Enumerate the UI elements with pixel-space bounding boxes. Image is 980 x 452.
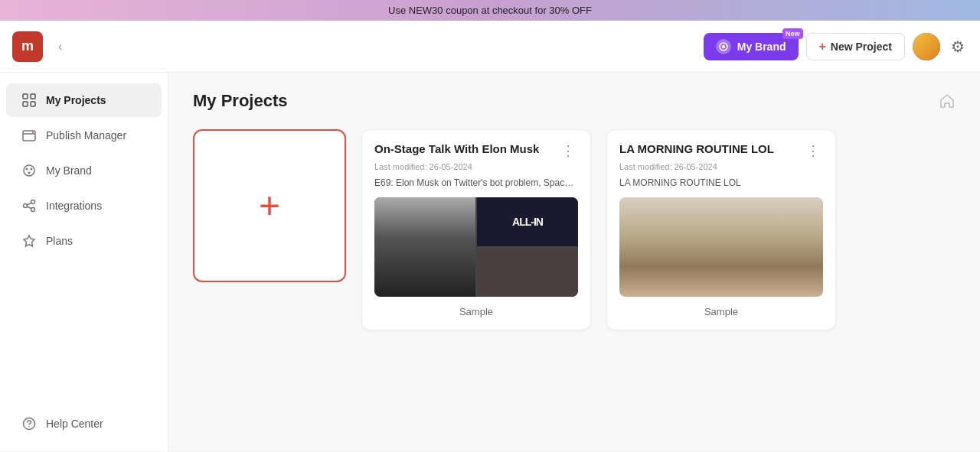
- help-icon: [21, 416, 37, 431]
- card-description-1: LA MORNING ROUTINE LOL: [619, 177, 823, 188]
- new-project-label: New Project: [831, 41, 892, 53]
- sidebar-bottom: Help Center: [0, 396, 168, 442]
- new-badge: New: [782, 28, 803, 39]
- brand-icon: [716, 39, 731, 54]
- svg-point-10: [31, 168, 33, 171]
- card-sample-0: Sample: [374, 306, 578, 317]
- sidebar-item-label: My Brand: [46, 164, 92, 177]
- sidebar-main: My Projects Publish Manager: [0, 82, 168, 396]
- page-title: My Projects: [193, 91, 288, 111]
- add-icon: +: [259, 187, 280, 224]
- svg-point-8: [24, 165, 34, 176]
- svg-point-14: [31, 208, 35, 212]
- projects-icon: [21, 93, 37, 108]
- promo-banner: Use NEW30 coupon at checkout for 30% OFF: [0, 0, 980, 21]
- svg-point-13: [31, 200, 35, 204]
- sidebar-item-my-brand[interactable]: My Brand: [6, 154, 162, 187]
- avatar[interactable]: [913, 33, 940, 60]
- svg-rect-2: [23, 94, 28, 99]
- card-img-people: [477, 248, 578, 297]
- brand-label: My Brand: [737, 41, 786, 53]
- card-title-1: LA MORNING ROUTINE LOL: [619, 142, 797, 155]
- card-image-grid-0: ALL-IN: [374, 197, 578, 297]
- sidebar-item-label: My Projects: [46, 94, 106, 106]
- collapse-button[interactable]: ‹: [52, 37, 68, 57]
- project-card-0: On-Stage Talk With Elon Musk ⋮ Last modi…: [361, 129, 591, 330]
- svg-line-16: [28, 206, 31, 209]
- project-card-1: LA MORNING ROUTINE LOL ⋮ Last modified: …: [606, 129, 836, 330]
- sidebar-item-plans[interactable]: Plans: [6, 224, 162, 258]
- svg-point-9: [26, 168, 28, 171]
- add-project-card[interactable]: +: [193, 129, 346, 282]
- card-description-0: E69: Elon Musk on Twitter's bot problem,…: [374, 177, 578, 188]
- publish-icon: [21, 128, 37, 143]
- avatar-image: [913, 33, 940, 60]
- sidebar-wrapper: My Projects Publish Manager: [0, 82, 168, 442]
- svg-point-12: [24, 204, 28, 208]
- page-header: My Projects: [193, 91, 956, 111]
- settings-icon: ⚙: [951, 38, 965, 55]
- sidebar-item-label: Publish Manager: [46, 129, 126, 141]
- main-content: My Projects + On-Stage Talk With Elon Mu…: [168, 73, 980, 451]
- svg-point-11: [28, 172, 31, 174]
- svg-point-7: [32, 132, 34, 133]
- promo-text: Use NEW30 coupon at checkout for 30% OFF: [388, 5, 592, 16]
- brand-palette-icon: [21, 163, 37, 178]
- sidebar-item-label: Integrations: [46, 200, 102, 212]
- card-header-0: On-Stage Talk With Elon Musk ⋮: [374, 142, 578, 159]
- card-image-person: [619, 197, 823, 297]
- card-img-allin: ALL-IN: [477, 197, 578, 246]
- logo-button[interactable]: m: [12, 31, 43, 62]
- svg-rect-5: [31, 102, 35, 106]
- card-menu-button-1[interactable]: ⋮: [803, 142, 823, 159]
- settings-button[interactable]: ⚙: [948, 34, 968, 59]
- svg-rect-4: [23, 102, 28, 106]
- card-image-0: ALL-IN: [374, 197, 578, 297]
- card-img-elon: [374, 197, 475, 297]
- collapse-icon: ‹: [58, 40, 62, 53]
- sidebar-item-integrations[interactable]: Integrations: [6, 189, 162, 223]
- card-header-1: LA MORNING ROUTINE LOL ⋮: [619, 142, 823, 159]
- svg-point-18: [28, 426, 30, 428]
- app-layout: My Projects Publish Manager: [0, 73, 980, 451]
- sidebar: My Projects Publish Manager: [0, 73, 168, 451]
- sidebar-item-publish-manager[interactable]: Publish Manager: [6, 119, 162, 152]
- sidebar-item-label: Help Center: [46, 418, 103, 430]
- my-brand-button[interactable]: My Brand New: [704, 33, 799, 60]
- sidebar-item-label: Plans: [46, 235, 73, 247]
- new-project-button[interactable]: + New Project: [806, 33, 905, 60]
- home-icon[interactable]: [939, 93, 956, 109]
- sidebar-item-help-center[interactable]: Help Center: [6, 407, 162, 441]
- plans-icon: [21, 233, 37, 249]
- projects-grid: + On-Stage Talk With Elon Musk ⋮ Last mo…: [193, 129, 956, 330]
- plus-icon: +: [819, 40, 826, 54]
- card-menu-button-0[interactable]: ⋮: [558, 142, 578, 159]
- integrations-icon: [21, 198, 37, 213]
- svg-rect-3: [31, 94, 35, 99]
- svg-point-1: [722, 45, 725, 48]
- card-date-1: Last modified: 26-05-2024: [619, 162, 823, 171]
- card-image-1: [619, 197, 823, 297]
- header: m ‹ My Brand New + New Project ⚙: [0, 21, 980, 73]
- header-actions: My Brand New + New Project ⚙: [704, 33, 968, 60]
- sidebar-item-my-projects[interactable]: My Projects: [6, 83, 162, 117]
- card-date-0: Last modified: 26-05-2024: [374, 162, 578, 171]
- svg-line-15: [28, 203, 31, 206]
- card-title-0: On-Stage Talk With Elon Musk: [374, 142, 552, 155]
- card-sample-1: Sample: [619, 306, 823, 317]
